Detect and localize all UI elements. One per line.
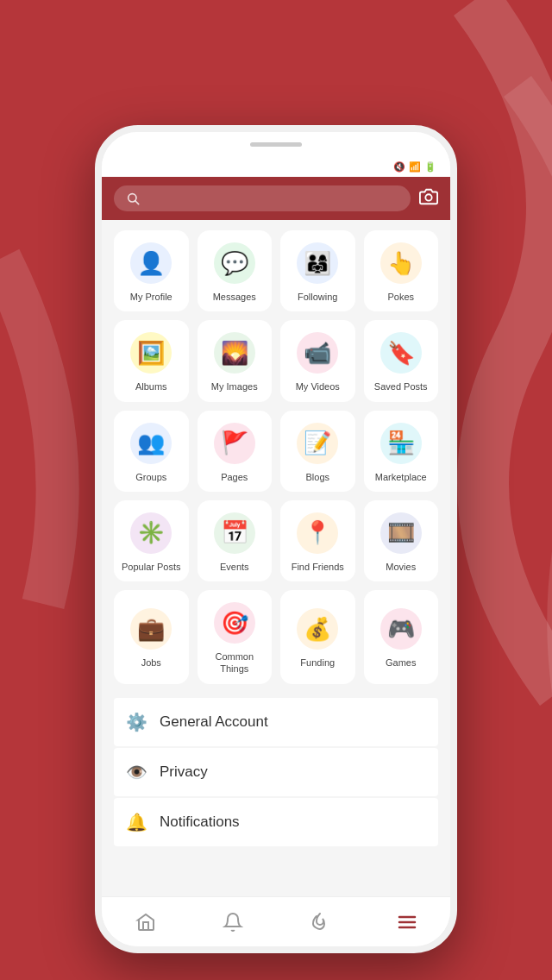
phone-speaker — [250, 142, 302, 147]
menu-item-games[interactable]: 🎮 Games — [364, 590, 439, 684]
menu-label-albums: Albums — [135, 380, 167, 393]
menu-label-popular-posts: Popular Posts — [122, 561, 180, 573]
fire-icon — [310, 912, 330, 933]
svg-point-3 — [425, 194, 431, 200]
menu-item-my-videos[interactable]: 📹 My Videos — [280, 320, 355, 401]
camera-button[interactable] — [419, 187, 438, 210]
menu-item-messages[interactable]: 💬 Messages — [198, 230, 273, 311]
menu-label-groups: Groups — [135, 471, 166, 483]
bell-icon — [223, 912, 243, 933]
menu-item-pages[interactable]: 🚩 Pages — [198, 411, 273, 492]
menu-item-albums[interactable]: 🖼️ Albums — [114, 320, 189, 401]
menu-icon-albums: 🖼️ — [130, 332, 172, 374]
menu-icon-pages: 🚩 — [214, 423, 255, 464]
menu-icon-my-videos: 📹 — [297, 332, 338, 374]
menu-label-events: Events — [220, 561, 249, 573]
section-icon-general-account: ⚙️ — [126, 712, 147, 732]
section-icon-notifications: 🔔 — [126, 812, 147, 832]
phone-frame: 🔇📶🔋 👤 My Profile 💬 M — [95, 125, 457, 953]
menu-item-my-images[interactable]: 🌄 My Images — [198, 320, 273, 401]
nav-item-notifications[interactable] — [205, 905, 260, 939]
section-label-notifications: Notifications — [160, 814, 240, 831]
menu-label-find-friends: Find Friends — [292, 561, 344, 573]
menu-icon-find-friends: 📍 — [297, 512, 338, 554]
section-item-notifications[interactable]: 🔔 Notifications — [114, 798, 438, 846]
bottom-nav — [102, 896, 450, 946]
menu-label-games: Games — [386, 656, 416, 669]
menu-item-popular-posts[interactable]: ✳️ Popular Posts — [114, 500, 189, 581]
search-input-wrapper[interactable] — [114, 185, 411, 211]
menu-item-pokes[interactable]: 👆 Pokes — [364, 230, 439, 311]
menu-label-following: Following — [298, 291, 337, 303]
menu-label-messages: Messages — [213, 291, 256, 303]
menu-item-events[interactable]: 📅 Events — [198, 500, 273, 581]
camera-icon — [419, 187, 438, 206]
nav-item-menu[interactable] — [380, 905, 435, 939]
search-bar — [102, 177, 450, 220]
menu-item-find-friends[interactable]: 📍 Find Friends — [280, 500, 355, 581]
menu-icon-messages: 💬 — [214, 242, 255, 284]
menu-icon-games: 🎮 — [380, 608, 422, 650]
menu-label-blogs: Blogs — [305, 471, 329, 483]
menu-label-common-things: Common Things — [203, 650, 267, 675]
nav-item-home[interactable] — [118, 905, 173, 939]
menu-icon-popular-posts: ✳️ — [130, 512, 172, 554]
menu-icon-movies: 🎞️ — [380, 512, 422, 554]
menu-item-jobs[interactable]: 💼 Jobs — [114, 590, 189, 684]
nav-item-trending[interactable] — [292, 905, 348, 939]
menu-label-saved-posts: Saved Posts — [374, 380, 428, 393]
menu-icon-events: 📅 — [214, 512, 255, 554]
menu-icon-my-profile: 👤 — [130, 242, 172, 284]
menu-label-pages: Pages — [221, 471, 248, 483]
menu-icon-following: 👨‍👩‍👧 — [297, 242, 338, 284]
menu-icon-pokes: 👆 — [380, 242, 422, 284]
menu-label-my-videos: My Videos — [296, 380, 340, 393]
menu-icon-blogs: 📝 — [297, 423, 338, 464]
svg-line-2 — [135, 201, 139, 204]
menu-item-groups[interactable]: 👥 Groups — [114, 411, 189, 492]
section-item-general-account[interactable]: ⚙️ General Account — [114, 698, 438, 746]
menu-item-following[interactable]: 👨‍👩‍👧 Following — [280, 230, 355, 311]
menu-icon-groups: 👥 — [130, 423, 172, 464]
menu-item-saved-posts[interactable]: 🔖 Saved Posts — [364, 320, 439, 401]
menu-label-my-profile: My Profile — [130, 291, 172, 303]
menu-label-movies: Movies — [386, 561, 416, 573]
menu-icon-my-images: 🌄 — [214, 332, 255, 374]
menu-item-blogs[interactable]: 📝 Blogs — [280, 411, 355, 492]
menu-icon-common-things: 🎯 — [214, 602, 255, 644]
menu-item-funding[interactable]: 💰 Funding — [280, 590, 355, 684]
menu-icon — [397, 912, 417, 933]
phone-notch — [102, 132, 450, 156]
menu-label-my-images: My Images — [211, 380, 258, 393]
status-bar: 🔇📶🔋 — [102, 156, 450, 177]
status-icons: 🔇📶🔋 — [393, 161, 436, 173]
home-icon — [135, 912, 156, 933]
search-icon — [126, 192, 140, 205]
menu-label-marketplace: Marketplace — [375, 471, 427, 483]
sections-container: ⚙️ General Account 👁️ Privacy 🔔 Notifica… — [114, 698, 438, 846]
menu-grid: 👤 My Profile 💬 Messages 👨‍👩‍👧 Following … — [114, 230, 438, 684]
menu-icon-jobs: 💼 — [130, 608, 172, 650]
menu-item-movies[interactable]: 🎞️ Movies — [364, 500, 439, 581]
section-item-privacy[interactable]: 👁️ Privacy — [114, 748, 438, 796]
menu-item-my-profile[interactable]: 👤 My Profile — [114, 230, 189, 311]
menu-label-jobs: Jobs — [141, 656, 161, 669]
section-label-privacy: Privacy — [160, 763, 208, 781]
menu-icon-marketplace: 🏪 — [380, 423, 422, 464]
section-icon-privacy: 👁️ — [126, 762, 147, 782]
menu-icon-saved-posts: 🔖 — [380, 332, 422, 374]
section-label-general-account: General Account — [160, 713, 268, 731]
menu-label-funding: Funding — [300, 656, 335, 669]
menu-item-marketplace[interactable]: 🏪 Marketplace — [364, 411, 439, 492]
menu-label-pokes: Pokes — [387, 291, 414, 303]
menu-icon-funding: 💰 — [297, 608, 338, 650]
phone-content: 👤 My Profile 💬 Messages 👨‍👩‍👧 Following … — [102, 220, 450, 922]
menu-item-common-things[interactable]: 🎯 Common Things — [198, 590, 273, 684]
